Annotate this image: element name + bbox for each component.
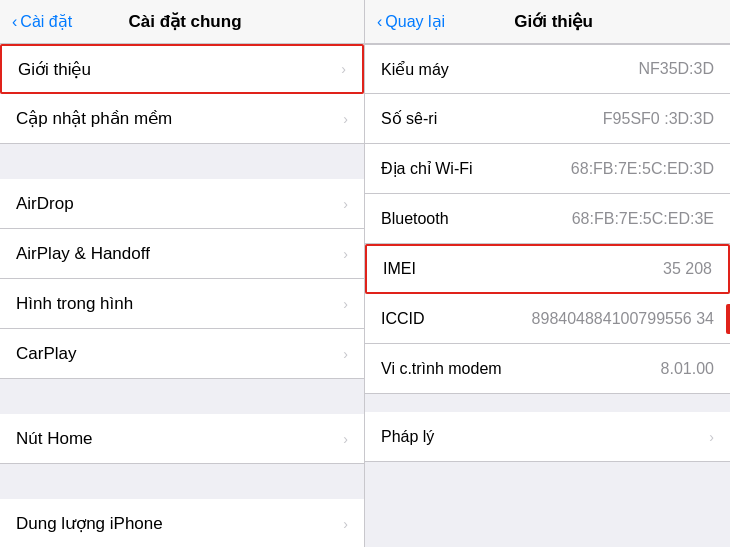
section-gap-1: [0, 144, 364, 179]
list-item-text: CarPlay: [16, 344, 343, 364]
info-item-phap-ly[interactable]: Pháp lý ›: [365, 412, 730, 462]
left-nav-bar: ‹ Cài đặt Cài đặt chung: [0, 0, 364, 44]
info-label: Bluetooth: [381, 210, 572, 228]
info-value: F95SF0 :3D:3D: [603, 110, 714, 128]
list-item-cap-nhat[interactable]: Cập nhật phần mềm ›: [0, 94, 364, 144]
right-back-label: Quay lại: [385, 12, 445, 31]
right-indicator: [726, 304, 730, 334]
section-gap-3: [0, 464, 364, 499]
info-value: 8.01.00: [661, 360, 714, 378]
info-label: Kiểu máy: [381, 60, 638, 79]
info-item-iccid: ICCID 898404884100799556 34: [365, 294, 730, 344]
section-gap-right: [365, 394, 730, 412]
left-back-icon: ‹: [12, 13, 17, 31]
right-nav-title: Giới thiệu: [449, 11, 658, 32]
list-item-text: AirDrop: [16, 194, 343, 214]
info-value: NF35D:3D: [638, 60, 714, 78]
chevron-icon: ›: [343, 111, 348, 127]
list-item-dung-luong[interactable]: Dung lượng iPhone ›: [0, 499, 364, 547]
right-back-icon: ‹: [377, 13, 382, 31]
info-label: Pháp lý: [381, 428, 701, 446]
list-item-text: Giới thiệu: [18, 59, 341, 80]
info-label: IMEI: [383, 260, 663, 278]
chevron-icon: ›: [343, 431, 348, 447]
info-item-imei: IMEI 35 208: [365, 244, 730, 294]
info-value: 898404884100799556 34: [532, 310, 714, 328]
info-item-modem: Vi c.trình modem 8.01.00: [365, 344, 730, 394]
info-value: 35 208: [663, 260, 712, 278]
info-item-wifi: Địa chỉ Wi-Fi 68:FB:7E:5C:ED:3D: [365, 144, 730, 194]
settings-list: Giới thiệu › Cập nhật phần mềm › AirDrop…: [0, 44, 364, 547]
chevron-icon: ›: [709, 429, 714, 445]
chevron-icon: ›: [343, 196, 348, 212]
list-item-text: Cập nhật phần mềm: [16, 108, 343, 129]
list-item-carplay[interactable]: CarPlay ›: [0, 329, 364, 379]
info-label: Số sê-ri: [381, 109, 603, 128]
left-panel: ‹ Cài đặt Cài đặt chung Giới thiệu › Cập…: [0, 0, 365, 547]
chevron-icon: ›: [341, 61, 346, 77]
right-back-button[interactable]: ‹ Quay lại: [377, 12, 445, 31]
info-label: Vi c.trình modem: [381, 360, 661, 378]
right-panel: ‹ Quay lại Giới thiệu Kiểu máy NF35D:3D …: [365, 0, 730, 547]
list-item-hinh-trong-hinh[interactable]: Hình trong hình ›: [0, 279, 364, 329]
list-item-text: Nút Home: [16, 429, 343, 449]
chevron-icon: ›: [343, 346, 348, 362]
left-nav-title: Cài đặt chung: [78, 11, 292, 32]
right-nav-bar: ‹ Quay lại Giới thiệu: [365, 0, 730, 44]
left-back-label: Cài đặt: [20, 12, 72, 31]
section-gap-2: [0, 379, 364, 414]
info-item-so-seri: Số sê-ri F95SF0 :3D:3D: [365, 94, 730, 144]
info-list: Kiểu máy NF35D:3D Số sê-ri F95SF0 :3D:3D…: [365, 44, 730, 547]
chevron-icon: ›: [343, 516, 348, 532]
list-item-text: Hình trong hình: [16, 294, 343, 314]
info-label: ICCID: [381, 310, 532, 328]
info-label: Địa chỉ Wi-Fi: [381, 159, 571, 178]
list-item-nut-home[interactable]: Nút Home ›: [0, 414, 364, 464]
left-back-button[interactable]: ‹ Cài đặt: [12, 12, 72, 31]
info-value: 68:FB:7E:5C:ED:3D: [571, 160, 714, 178]
chevron-icon: ›: [343, 296, 348, 312]
list-item-airplay[interactable]: AirPlay & Handoff ›: [0, 229, 364, 279]
info-item-bluetooth: Bluetooth 68:FB:7E:5C:ED:3E: [365, 194, 730, 244]
list-item-airdrop[interactable]: AirDrop ›: [0, 179, 364, 229]
chevron-icon: ›: [343, 246, 348, 262]
list-item-text: Dung lượng iPhone: [16, 513, 343, 534]
info-value: 68:FB:7E:5C:ED:3E: [572, 210, 714, 228]
list-item-text: AirPlay & Handoff: [16, 244, 343, 264]
info-item-kieu-may: Kiểu máy NF35D:3D: [365, 44, 730, 94]
list-item-gioi-thieu[interactable]: Giới thiệu ›: [0, 44, 364, 94]
